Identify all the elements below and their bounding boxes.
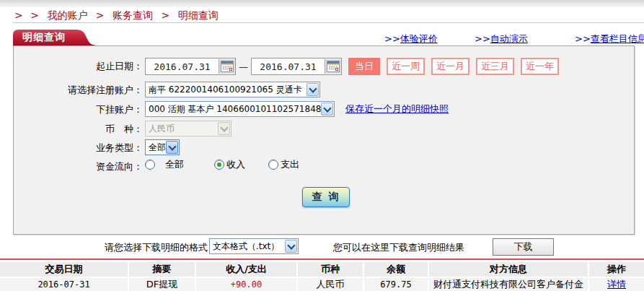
currency-value: 人民币 bbox=[149, 123, 218, 135]
cell-summary: DF提现 bbox=[128, 278, 195, 291]
quick-button-last-year[interactable]: 近一年 bbox=[521, 58, 559, 75]
download-format-select[interactable]: 文本格式（.txt） bbox=[209, 238, 299, 254]
save-snapshot-link[interactable]: 保存近一个月的明细快照 bbox=[345, 103, 449, 116]
calendar-icon[interactable] bbox=[219, 59, 235, 74]
col-header-date: 交易日期 bbox=[0, 262, 128, 278]
col-header-currency: 币种 bbox=[296, 262, 363, 278]
date-from-value: 2016.07.31 bbox=[146, 61, 219, 72]
cell-counterparty: 财付通支付科技有限公司客户备付金 bbox=[428, 278, 588, 291]
col-header-summary: 摘要 bbox=[128, 262, 195, 278]
form-row-biz-type: 业务类型： 全部 bbox=[14, 139, 634, 158]
form-row-registered-account: 请选择注册账户： 南平 6222001406100921065 灵通卡 bbox=[14, 82, 634, 100]
col-header-balance: 余额 bbox=[363, 262, 428, 278]
cell-currency: 人民币 bbox=[296, 278, 363, 291]
col-header-action: 操作 bbox=[588, 262, 644, 278]
quick-button-today[interactable]: 当日 bbox=[348, 58, 380, 75]
link-label: 体验评价 bbox=[400, 33, 438, 44]
date-range-separator: — bbox=[239, 61, 248, 72]
biz-type-value: 全部 bbox=[149, 142, 166, 154]
radio-flow-expense[interactable] bbox=[268, 160, 278, 170]
form-row-flow: 资金流向： 全部 收入 支出 bbox=[14, 158, 634, 177]
chevron-down-icon bbox=[285, 240, 297, 253]
sub-account-select[interactable]: 000 活期 基本户 1406600101102571848 bbox=[145, 101, 335, 117]
radio-flow-income[interactable] bbox=[214, 160, 224, 170]
form-row-date: 起止日期： 2016.07.31 — bbox=[14, 58, 634, 77]
currency-select: 人民币 bbox=[145, 121, 231, 136]
registered-account-value: 南平 6222001406100921065 灵通卡 bbox=[149, 84, 306, 96]
form-row-sub-account: 下挂账户： 000 活期 基本户 1406600101102571848 保存近… bbox=[14, 101, 634, 120]
date-to-value: 2016.07.31 bbox=[252, 61, 325, 72]
sub-account-value: 000 活期 基本户 1406600101102571848 bbox=[149, 103, 321, 116]
quick-button-last-month[interactable]: 近一月 bbox=[431, 58, 469, 75]
radio-flow-income-label: 收入 bbox=[226, 158, 245, 171]
breadcrumb-my-account[interactable]: 我的账户 bbox=[47, 9, 87, 21]
breadcrumb-separator: > bbox=[161, 9, 169, 21]
table-row: 2016-07-31 DF提现 +90.00 人民币 679.75 财付通支付科… bbox=[0, 278, 644, 291]
radio-flow-all-label: 全部 bbox=[165, 158, 184, 171]
radio-flow-all[interactable] bbox=[145, 160, 155, 170]
cell-action: 详情 bbox=[588, 278, 644, 291]
detail-link[interactable]: 详情 bbox=[607, 279, 626, 290]
quick-button-last-3-months[interactable]: 近三月 bbox=[476, 58, 514, 75]
col-header-amount: 收入/支出 bbox=[195, 262, 296, 278]
registered-account-select[interactable]: 南平 6222001406100921065 灵通卡 bbox=[145, 82, 320, 97]
download-format-value: 文本格式（.txt） bbox=[213, 240, 285, 253]
top-strip bbox=[0, 0, 644, 7]
link-prefix: >> bbox=[475, 33, 490, 44]
breadcrumb: > > 我的账户 > 账务查询 > 明细查询 bbox=[14, 9, 219, 22]
divider bbox=[13, 22, 644, 23]
chevron-down-icon bbox=[166, 141, 178, 154]
currency-label: 币 种： bbox=[14, 121, 143, 138]
download-hint: 您可以在这里下载查询明细结果 bbox=[333, 241, 464, 254]
cell-balance: 679.75 bbox=[363, 278, 428, 291]
link-prefix: >> bbox=[575, 33, 591, 44]
chevron-down-icon bbox=[321, 103, 333, 116]
breadcrumb-detail-query[interactable]: 明细查询 bbox=[178, 9, 219, 21]
query-button[interactable]: 查 询 bbox=[302, 187, 350, 207]
date-from-input[interactable]: 2016.07.31 bbox=[145, 58, 236, 75]
flow-label: 资金流向： bbox=[14, 158, 143, 175]
breadcrumb-separator: > bbox=[96, 9, 105, 21]
table-top-divider bbox=[0, 259, 644, 260]
quick-button-last-week[interactable]: 近一周 bbox=[387, 58, 425, 75]
date-range-label: 起止日期： bbox=[14, 58, 143, 75]
radio-flow-expense-label: 支出 bbox=[281, 158, 299, 171]
results-table: 交易日期 摘要 收入/支出 币种 余额 对方信息 操作 2016-07-31 D… bbox=[0, 262, 644, 291]
link-experience-review[interactable]: >>体验评价 bbox=[384, 32, 438, 45]
form-row-currency: 币 种： 人民币 bbox=[14, 121, 634, 139]
query-form-panel: 起止日期： 2016.07.31 — bbox=[13, 45, 635, 235]
biz-type-select[interactable]: 全部 bbox=[145, 139, 180, 155]
biz-type-label: 业务类型： bbox=[14, 139, 143, 157]
chevron-down-icon bbox=[218, 122, 230, 135]
table-header-row: 交易日期 摘要 收入/支出 币种 余额 对方信息 操作 bbox=[0, 262, 644, 278]
link-label: 自动演示 bbox=[490, 33, 528, 44]
page-title: 明细查询 bbox=[22, 31, 66, 44]
link-view-column-info[interactable]: >>查看栏目信息 bbox=[575, 32, 644, 45]
date-to-input[interactable]: 2016.07.31 bbox=[251, 58, 342, 75]
chevron-down-icon bbox=[306, 83, 319, 96]
col-header-counterparty: 对方信息 bbox=[428, 262, 588, 278]
link-prefix: >> bbox=[384, 33, 400, 44]
sub-account-label: 下挂账户： bbox=[14, 101, 143, 118]
breadcrumb-account-query[interactable]: 账务查询 bbox=[113, 9, 153, 21]
cell-date: 2016-07-31 bbox=[0, 278, 128, 291]
download-button[interactable]: 下载 bbox=[493, 238, 554, 256]
calendar-icon[interactable] bbox=[325, 59, 341, 74]
link-label: 查看栏目信息 bbox=[591, 33, 644, 44]
tab-detail-query[interactable]: 明细查询 bbox=[13, 30, 98, 45]
link-auto-demo[interactable]: >>自动演示 bbox=[475, 32, 528, 45]
cell-amount: +90.00 bbox=[195, 278, 296, 291]
download-format-label: 请您选择下载明细的格式 bbox=[72, 241, 208, 254]
registered-account-label: 请选择注册账户： bbox=[14, 82, 143, 99]
breadcrumb-prefix: > > bbox=[14, 9, 41, 21]
